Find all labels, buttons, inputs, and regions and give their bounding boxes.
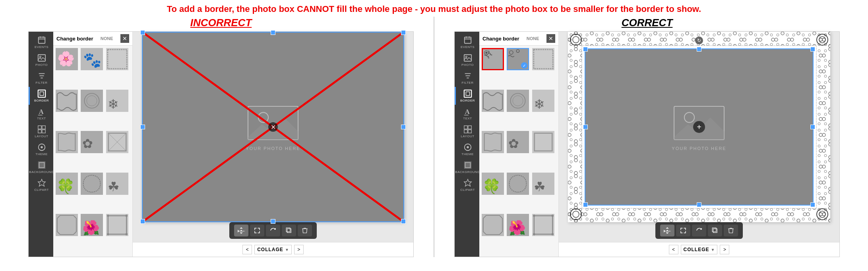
add-photo-icon[interactable]: + bbox=[693, 121, 705, 133]
correct-sidebar-item-layout[interactable]: LAYOUT bbox=[455, 123, 479, 140]
rotate-tool-button[interactable] bbox=[266, 225, 280, 236]
correct-border-item-1[interactable] bbox=[482, 48, 504, 70]
center-move-icon[interactable]: ✕ bbox=[268, 122, 278, 132]
svg-rect-15 bbox=[38, 130, 41, 133]
correct-border-item-12[interactable]: ☘ bbox=[532, 173, 554, 195]
sidebar-item-filter[interactable]: FILTER bbox=[29, 69, 53, 87]
svg-text:🐾: 🐾 bbox=[83, 51, 102, 69]
correct-delete-tool-button[interactable] bbox=[724, 225, 738, 236]
sidebar-item-clipart[interactable]: CLIPART bbox=[29, 176, 53, 194]
resize-tool-button[interactable] bbox=[250, 225, 264, 236]
incorrect-close-button[interactable]: ✕ bbox=[120, 34, 129, 43]
svg-rect-60 bbox=[464, 126, 467, 129]
correct-sidebar-item-theme[interactable]: THEME bbox=[455, 140, 479, 158]
correct-border-item-13[interactable] bbox=[482, 214, 504, 236]
correct-prev-page-button[interactable]: < bbox=[669, 245, 678, 254]
correct-sidebar-item-filter[interactable]: FILTER bbox=[455, 69, 479, 87]
correct-border-item-6[interactable]: ❄ bbox=[532, 90, 554, 112]
correct-move-tool-button[interactable] bbox=[660, 225, 674, 236]
svg-text:🌺: 🌺 bbox=[508, 219, 526, 235]
correct-close-button[interactable]: ✕ bbox=[546, 34, 555, 43]
correct-sidebar-item-border[interactable]: BORDER bbox=[455, 87, 479, 105]
correct-border-item-7[interactable] bbox=[482, 131, 504, 153]
svg-point-110 bbox=[667, 230, 668, 231]
sidebar-item-layout[interactable]: LAYOUT bbox=[29, 123, 53, 140]
correct-next-page-button[interactable]: > bbox=[720, 245, 729, 254]
correct-sidebar-item-clipart[interactable]: CLIPART bbox=[455, 176, 479, 194]
correct-photo-box[interactable]: YOUR PHOTO HERE bbox=[585, 48, 814, 206]
border-item-7[interactable] bbox=[56, 131, 78, 153]
correct-border-item-8[interactable]: ✿ bbox=[507, 131, 529, 153]
correct-page: YOUR PHOTO HERE bbox=[568, 32, 830, 222]
border-item-2[interactable]: 🐾 bbox=[81, 48, 103, 70]
sidebar-item-photo[interactable]: PHOTO bbox=[29, 51, 53, 69]
svg-point-37 bbox=[125, 215, 128, 217]
correct-border-item-5[interactable] bbox=[507, 90, 529, 112]
sidebar-item-border[interactable]: BORDER bbox=[29, 87, 53, 105]
border-item-5[interactable] bbox=[81, 90, 103, 112]
border-item-8[interactable]: ✿ bbox=[81, 131, 103, 153]
svg-point-106 bbox=[819, 211, 825, 217]
correct-rotate-tool-button[interactable] bbox=[692, 225, 706, 236]
correct-sidebar-item-photo[interactable]: PHOTO bbox=[455, 51, 479, 69]
correct-page-label-container: COLLEGE ▼ bbox=[681, 245, 718, 254]
svg-text:❄: ❄ bbox=[108, 97, 119, 111]
correct-rotate-handle[interactable]: ↻ bbox=[695, 37, 703, 44]
correct-border-item-3[interactable] bbox=[532, 48, 554, 70]
sidebar-item-background[interactable]: BACKGROUND bbox=[29, 158, 53, 176]
correct-border-item-14[interactable]: 🌺 bbox=[507, 214, 529, 236]
border-item-12[interactable]: ☘ bbox=[106, 173, 128, 195]
svg-point-5 bbox=[39, 56, 41, 58]
svg-rect-78 bbox=[534, 133, 552, 151]
next-page-button[interactable]: > bbox=[294, 245, 304, 254]
correct-duplicate-tool-button[interactable] bbox=[708, 225, 722, 236]
svg-rect-35 bbox=[108, 216, 126, 234]
correct-panel-header: Change border NONE ✕ bbox=[479, 32, 558, 46]
prev-page-button[interactable]: < bbox=[242, 245, 252, 254]
svg-point-41 bbox=[258, 112, 268, 122]
correct-canvas-area: YOUR PHOTO HERE bbox=[559, 32, 839, 257]
svg-rect-62 bbox=[464, 130, 467, 133]
incorrect-photo-box[interactable]: YOUR PHOTO HERE bbox=[142, 32, 404, 222]
sidebar-item-events[interactable]: EVENTS bbox=[29, 33, 53, 51]
nav-dropdown-icon[interactable]: ▼ bbox=[285, 248, 289, 252]
svg-marker-21 bbox=[38, 179, 45, 186]
svg-text:🍀: 🍀 bbox=[56, 178, 75, 194]
border-item-13[interactable] bbox=[56, 214, 78, 236]
correct-sidebar-item-background[interactable]: BACKGROUND bbox=[455, 158, 479, 176]
sidebar-item-theme[interactable]: THEME bbox=[29, 140, 53, 158]
border-item-3[interactable] bbox=[106, 48, 128, 70]
duplicate-tool-button[interactable] bbox=[282, 225, 296, 236]
incorrect-panel-header: Change border NONE ✕ bbox=[53, 32, 132, 46]
sidebar-item-text[interactable]: A TEXT bbox=[29, 105, 53, 123]
correct-border-item-10[interactable]: 🍀 bbox=[482, 173, 504, 195]
correct-sidebar-item-text[interactable]: A TEXT bbox=[455, 105, 479, 123]
correct-page-label: COLLEGE bbox=[684, 247, 709, 252]
border-item-11[interactable] bbox=[81, 173, 103, 195]
border-item-4[interactable] bbox=[56, 90, 78, 112]
correct-border-item-2[interactable]: ✓ bbox=[507, 48, 529, 70]
border-item-15[interactable] bbox=[106, 214, 128, 236]
border-item-9[interactable] bbox=[106, 131, 128, 153]
border-item-10[interactable]: 🍀 bbox=[56, 173, 78, 195]
correct-resize-tool-button[interactable] bbox=[676, 225, 690, 236]
correct-sidebar-item-events[interactable]: EVENTS bbox=[455, 33, 479, 51]
svg-rect-112 bbox=[712, 228, 716, 232]
section-divider bbox=[434, 17, 434, 257]
correct-border-item-11[interactable] bbox=[507, 173, 529, 195]
correct-border-item-9[interactable] bbox=[532, 131, 554, 153]
svg-marker-68 bbox=[464, 179, 471, 186]
incorrect-canvas-area: YOUR PHOTO HERE bbox=[133, 32, 413, 257]
border-item-6[interactable]: ❄ bbox=[106, 90, 128, 112]
svg-rect-61 bbox=[468, 126, 471, 129]
border-item-1[interactable]: 🌸 bbox=[56, 48, 78, 70]
svg-point-38 bbox=[107, 233, 109, 236]
svg-rect-111 bbox=[713, 229, 717, 233]
move-tool-button[interactable] bbox=[234, 225, 248, 236]
svg-point-75 bbox=[513, 96, 523, 106]
delete-tool-button[interactable] bbox=[298, 225, 312, 236]
correct-border-item-15[interactable] bbox=[532, 214, 554, 236]
correct-border-item-4[interactable] bbox=[482, 90, 504, 112]
border-item-14[interactable]: 🌺 bbox=[81, 214, 103, 236]
correct-nav-dropdown-icon[interactable]: ▼ bbox=[711, 248, 715, 252]
